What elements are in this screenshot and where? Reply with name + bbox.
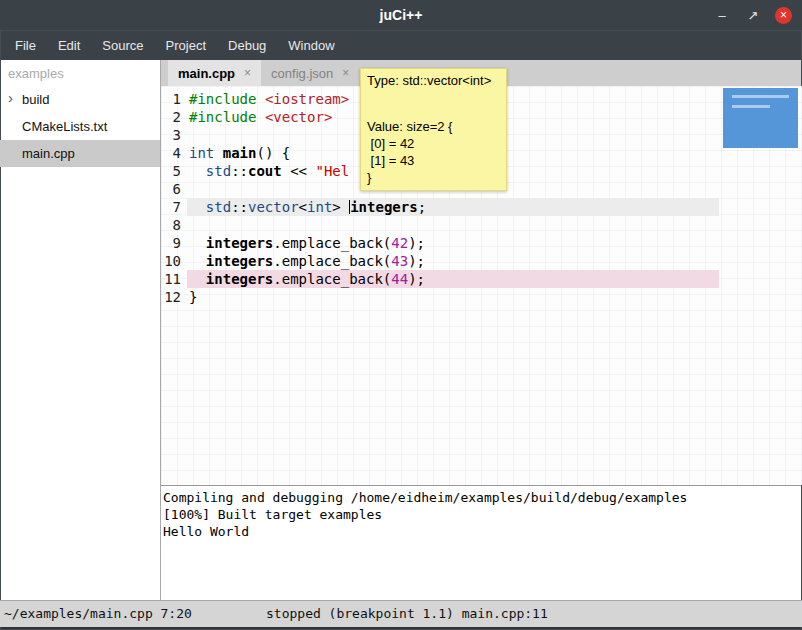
token-pl: () { [256, 145, 290, 161]
token-pl: ); [408, 235, 425, 251]
token-fn: main [223, 145, 257, 161]
tab-config-json[interactable]: config.json× [261, 60, 359, 86]
menu-item-debug[interactable]: Debug [217, 31, 277, 61]
menu-item-edit[interactable]: Edit [47, 31, 91, 61]
code-text[interactable]: std::vector<int> integers; [187, 198, 719, 216]
token-inc: <vector> [265, 109, 332, 125]
token-pp: #include [189, 109, 256, 125]
token-pl [189, 271, 206, 287]
token-var: integers [206, 271, 273, 287]
token-pl: :: [231, 199, 248, 215]
line-number[interactable]: 9 [161, 234, 187, 252]
line-number[interactable]: 6 [161, 180, 187, 198]
token-pl: ); [408, 271, 425, 287]
overview-line-mark [732, 105, 770, 108]
code-line-7[interactable]: 7 std::vector<int> integers; [161, 198, 802, 216]
tab-close-icon[interactable]: × [244, 66, 251, 80]
tab-close-icon[interactable]: × [342, 66, 349, 80]
scroll-overview-thumb[interactable] [723, 88, 798, 148]
menu-item-window[interactable]: Window [277, 31, 345, 61]
token-pl: << [282, 163, 316, 179]
line-number[interactable]: 2 [161, 108, 187, 126]
tree-item-main-cpp[interactable]: main.cpp [0, 140, 160, 167]
token-var: integers [350, 199, 417, 215]
token-kw: int [307, 199, 332, 215]
code-text[interactable]: } [187, 288, 719, 306]
code-line-11[interactable]: 11 integers.emplace_back(44); [161, 270, 802, 288]
terminal-line: [100%] Built target examples [163, 506, 802, 523]
menu-item-file[interactable]: File [4, 31, 47, 61]
token-fn: cout [248, 163, 282, 179]
tree-item-label: main.cpp [22, 146, 75, 161]
line-number[interactable]: 12 [161, 288, 187, 306]
token-pl: .emplace_back( [273, 253, 391, 269]
token-ns: std [206, 199, 231, 215]
code-line-12[interactable]: 12} [161, 288, 802, 306]
tree-item-build[interactable]: ›build [0, 86, 160, 113]
status-file-position: ~/examples/main.cpp 7:20 [4, 606, 192, 621]
tree-item-label: build [22, 92, 49, 107]
token-num: 42 [391, 235, 408, 251]
tooltip-value-lines: Value: size=2 { [0] = 42 [1] = 43} [367, 118, 500, 186]
minimize-button[interactable]: – [713, 6, 731, 24]
line-number[interactable]: 8 [161, 216, 187, 234]
token-ns: std [206, 163, 231, 179]
token-pl: .emplace_back( [273, 235, 391, 251]
chevron-right-icon[interactable]: › [8, 89, 13, 106]
overview-line-mark [732, 95, 789, 98]
token-inc: <iostream> [265, 91, 349, 107]
terminal[interactable]: Compiling and debugging /home/eidheim/ex… [161, 486, 802, 600]
token-pl [189, 235, 206, 251]
line-number[interactable]: 3 [161, 126, 187, 144]
code-text[interactable]: integers.emplace_back(42); [187, 234, 719, 252]
token-pl [214, 145, 222, 161]
token-str: "Hel [315, 163, 349, 179]
line-number[interactable]: 11 [161, 270, 187, 288]
tree-item-label: CMakeLists.txt [22, 119, 107, 134]
status-bar: ~/examples/main.cpp 7:20 stopped (breakp… [0, 600, 802, 627]
tooltip-type-line: Type: std::vector<int> [367, 72, 500, 89]
app-window: juCi++ – ↗ × FileEditSourceProjectDebugW… [0, 0, 802, 630]
code-text[interactable]: integers.emplace_back(44); [187, 270, 719, 288]
tab-label: main.cpp [178, 66, 235, 81]
close-button[interactable]: × [775, 7, 792, 24]
code-line-10[interactable]: 10 integers.emplace_back(43); [161, 252, 802, 270]
menu-item-project[interactable]: Project [155, 31, 217, 61]
menu-item-source[interactable]: Source [91, 31, 154, 61]
token-pl: ); [408, 253, 425, 269]
token-pl: < [299, 199, 307, 215]
token-pl [256, 109, 264, 125]
status-debug-state: stopped (breakpoint 1.1) main.cpp:11 [266, 606, 548, 621]
token-pl: } [189, 289, 197, 305]
code-line-8[interactable]: 8 [161, 216, 802, 234]
tab-main-cpp[interactable]: main.cpp× [168, 60, 261, 86]
tooltip-line: [0] = 42 [367, 135, 500, 152]
token-pl: .emplace_back( [273, 271, 391, 287]
line-number[interactable]: 10 [161, 252, 187, 270]
token-pl: :: [231, 163, 248, 179]
token-ns: vector [248, 199, 299, 215]
menu-bar: FileEditSourceProjectDebugWindow [0, 30, 802, 60]
code-text[interactable]: integers.emplace_back(43); [187, 252, 719, 270]
tooltip-line: } [367, 169, 500, 186]
line-number[interactable]: 7 [161, 198, 187, 216]
code-line-9[interactable]: 9 integers.emplace_back(42); [161, 234, 802, 252]
token-pl [256, 91, 264, 107]
tooltip-line: [1] = 43 [367, 152, 500, 169]
token-pl [189, 199, 206, 215]
token-var: integers [206, 235, 273, 251]
file-browser-panel: examples ›buildCMakeLists.txtmain.cpp [0, 60, 160, 600]
token-pl [189, 253, 206, 269]
maximize-button[interactable]: ↗ [744, 6, 762, 24]
window-title: juCi++ [380, 7, 423, 23]
code-text[interactable] [187, 216, 719, 234]
line-number[interactable]: 5 [161, 162, 187, 180]
terminal-line: Hello World [163, 523, 802, 540]
line-number[interactable]: 4 [161, 144, 187, 162]
token-pl: ; [418, 199, 426, 215]
window-controls: – ↗ × [713, 0, 792, 30]
tooltip-line: Value: size=2 { [367, 118, 500, 135]
tree-item-cmakelists-txt[interactable]: CMakeLists.txt [0, 113, 160, 140]
title-bar[interactable]: juCi++ – ↗ × [0, 0, 802, 30]
line-number[interactable]: 1 [161, 90, 187, 108]
